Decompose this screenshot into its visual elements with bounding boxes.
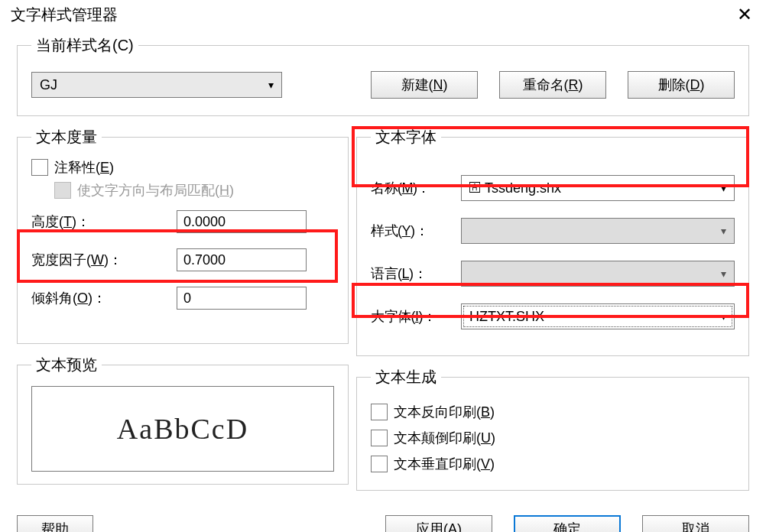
match-orient-row: 使文字方向与布局匹配(H) [54,181,334,200]
rename-style-button[interactable]: 重命名(R) [499,71,606,99]
upsidedown-checkbox[interactable] [371,430,388,446]
legend-generate: 文本生成 [371,367,441,388]
dialog-title: 文字样式管理器 [11,5,118,25]
oblique-input[interactable]: 0 [177,287,307,310]
height-input[interactable]: 0.0000 [177,210,307,233]
match-orient-label: 使文字方向与布局匹配(H) [77,181,234,200]
width-input[interactable]: 0.7000 [177,248,307,271]
height-row: 高度(T)： 0.0000 [31,210,334,233]
group-preview: 文本预览 AaBbCcD [17,355,349,485]
width-label: 宽度因子(W)： [31,251,177,269]
big-font-value: HZTXT.SHX [469,309,544,325]
font-name-select[interactable]: 🄰 Tssdeng.shx ▾ [461,175,735,201]
current-style-value: GJ [40,77,57,93]
font-icon: 🄰 [469,181,480,193]
font-lang-select: ▾ [461,261,735,287]
font-lang-label: 语言(L)： [371,264,461,283]
font-lang-row: 语言(L)： ▾ [371,261,735,287]
annotative-checkbox[interactable] [31,159,48,176]
chevron-down-icon: ▾ [268,79,274,91]
width-row: 宽度因子(W)： 0.7000 [31,248,334,271]
current-style-row: GJ ▾ 新建(N) 重命名(R) 删除(D) [31,71,735,99]
oblique-label: 倾斜角(O)： [31,289,177,307]
font-style-select: ▾ [461,218,735,244]
preview-box: AaBbCcD [31,386,334,472]
font-name-value: Tssdeng.shx [485,180,561,196]
big-font-label: 大字体(I)： [371,307,461,326]
big-font-select[interactable]: HZTXT.SHX ▾ [461,303,735,329]
legend-measure: 文本度量 [31,127,102,148]
group-current-style: 当前样式名(C) GJ ▾ 新建(N) 重命名(R) 删除(D) [17,35,749,116]
delete-style-button[interactable]: 删除(D) [628,71,735,99]
chevron-down-icon: ▾ [721,268,726,280]
left-column: 文本度量 注释性(E) 使文字方向与布局匹配(H) 高度(T)： 0.0000 [17,127,349,495]
ok-button[interactable]: 确定 [514,515,621,532]
close-icon[interactable]: ✕ [729,4,760,25]
group-font: 文本字体 名称(M)： 🄰 Tssdeng.shx ▾ 样式(Y)： [356,127,749,356]
cancel-button[interactable]: 取消 [642,515,749,532]
chevron-down-icon: ▾ [721,225,726,237]
new-style-button[interactable]: 新建(N) [371,71,478,99]
font-name-label: 名称(M)： [371,179,461,197]
bottom-bar: 帮助 应用(A) 确定 取消 [17,515,749,532]
font-name-row: 名称(M)： 🄰 Tssdeng.shx ▾ [371,175,735,201]
upsidedown-row: 文本颠倒印刷(U) [371,429,735,447]
match-orient-checkbox [54,182,71,199]
vertical-row: 文本垂直印刷(V) [371,455,735,473]
current-style-select[interactable]: GJ ▾ [31,72,282,98]
oblique-row: 倾斜角(O)： 0 [31,287,334,310]
backwards-row: 文本反向印刷(B) [371,403,735,421]
annotative-label: 注释性(E) [54,158,114,177]
vertical-label: 文本垂直印刷(V) [394,455,495,473]
titlebar: 文字样式管理器 ✕ [0,0,766,29]
dialog-body: 当前样式名(C) GJ ▾ 新建(N) 重命名(R) 删除(D) [0,29,766,532]
preview-sample: AaBbCcD [117,412,248,446]
group-generate: 文本生成 文本反向印刷(B) 文本颠倒印刷(U) 文本垂直印刷(V) [356,367,749,491]
legend-current-style: 当前样式名(C) [31,35,138,56]
big-font-row: 大字体(I)： HZTXT.SHX ▾ [371,303,735,329]
legend-font: 文本字体 [371,127,441,148]
group-measure: 文本度量 注释性(E) 使文字方向与布局匹配(H) 高度(T)： 0.0000 [17,127,349,344]
middle-columns: 文本度量 注释性(E) 使文字方向与布局匹配(H) 高度(T)： 0.0000 [17,127,749,501]
chevron-down-icon: ▾ [721,182,726,194]
dialog-window: 文字样式管理器 ✕ 当前样式名(C) GJ ▾ 新建(N) 重命名(R) 删除(… [0,0,766,532]
height-label: 高度(T)： [31,212,177,231]
vertical-checkbox[interactable] [371,456,388,472]
upsidedown-label: 文本颠倒印刷(U) [394,429,495,447]
backwards-label: 文本反向印刷(B) [394,403,495,421]
apply-button[interactable]: 应用(A) [385,515,492,532]
annotative-row: 注释性(E) [31,158,334,177]
right-column: 文本字体 名称(M)： 🄰 Tssdeng.shx ▾ 样式(Y)： [356,127,749,501]
chevron-down-icon: ▾ [721,310,726,323]
backwards-checkbox[interactable] [371,404,388,420]
font-style-label: 样式(Y)： [371,222,461,240]
legend-preview: 文本预览 [31,355,102,375]
help-button[interactable]: 帮助 [17,515,93,532]
font-style-row: 样式(Y)： ▾ [371,218,735,244]
